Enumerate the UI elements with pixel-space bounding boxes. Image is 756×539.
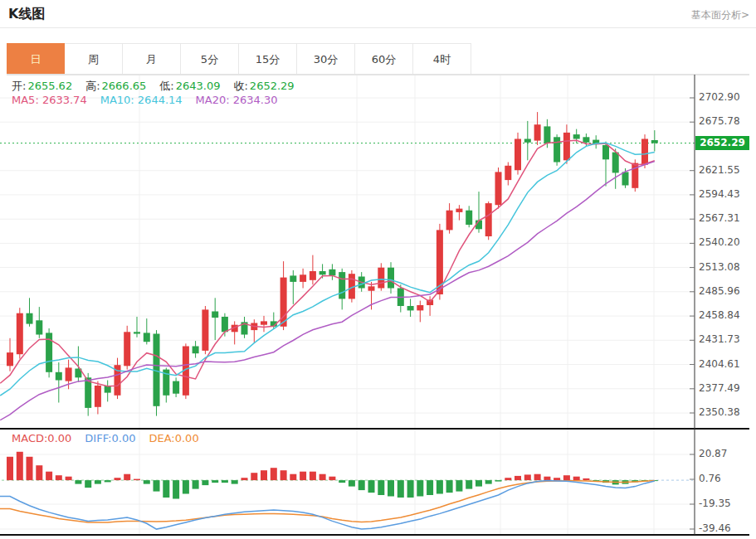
tab-0-日[interactable]: 日 — [7, 43, 65, 75]
tab-1-周[interactable]: 周 — [65, 43, 123, 75]
fundamental-analysis-link[interactable]: 基本面分析> — [691, 8, 749, 22]
chart-region: 开:2655.62 高:2666.65 低:2643.09 收:2652.29 … — [0, 75, 756, 537]
title-bar: K线图 基本面分析> — [0, 0, 756, 27]
tab-7-4时[interactable]: 4时 — [413, 43, 471, 75]
title-divider — [0, 27, 756, 28]
kline-widget: K线图 基本面分析> 日周月5分15分30分60分4时 开:2655.62 高:… — [0, 0, 756, 539]
tab-2-月[interactable]: 月 — [123, 43, 181, 75]
tab-4-15分[interactable]: 15分 — [239, 43, 297, 75]
tab-6-60分[interactable]: 60分 — [355, 43, 413, 75]
chart-canvas[interactable] — [0, 75, 756, 537]
tab-bar: 日周月5分15分30分60分4时 — [7, 43, 471, 75]
tab-5-30分[interactable]: 30分 — [297, 43, 355, 75]
tab-3-5分[interactable]: 5分 — [181, 43, 239, 75]
page-title: K线图 — [8, 6, 45, 23]
